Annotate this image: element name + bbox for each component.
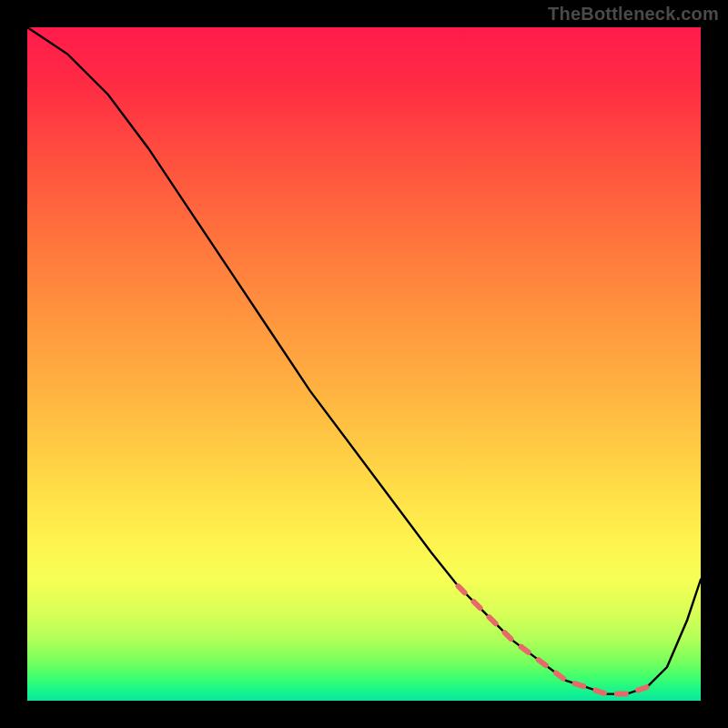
curve-layer — [27, 27, 701, 701]
plot-area — [27, 27, 701, 701]
bottleneck-curve — [27, 27, 701, 694]
optimal-region-dashes — [459, 586, 647, 693]
watermark-text: TheBottleneck.com — [548, 4, 719, 25]
chart-frame: TheBottleneck.com — [0, 0, 728, 728]
